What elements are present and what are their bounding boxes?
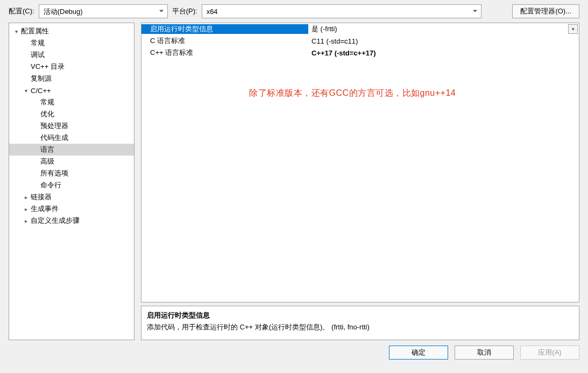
- tree-item[interactable]: 预处理器: [9, 120, 134, 132]
- tree-item-label: C/C++: [31, 87, 51, 95]
- config-manager-button[interactable]: 配置管理器(O)...: [512, 4, 579, 18]
- tree-item-label: 配置属性: [21, 26, 49, 36]
- tree-item[interactable]: 调试: [9, 49, 134, 61]
- tree-twisty-icon[interactable]: ▾: [12, 27, 20, 35]
- tree-item[interactable]: 代码生成: [9, 132, 134, 144]
- config-label: 配置(C):: [9, 6, 34, 16]
- annotation-text: 除了标准版本，还有GCC的方言可选，比如gnu++14: [249, 88, 456, 99]
- property-value[interactable]: C++17 (-std=c++17): [308, 49, 579, 57]
- description-title: 启用运行时类型信息: [147, 311, 573, 320]
- tree-item[interactable]: 高级: [9, 156, 134, 167]
- tree-twisty-placeholder: [22, 51, 30, 59]
- property-value[interactable]: C11 (-std=c11): [308, 37, 579, 45]
- tree-twisty-icon[interactable]: ▸: [22, 193, 30, 201]
- property-row[interactable]: C 语言标准C11 (-std=c11): [141, 35, 579, 47]
- tree-item-label: VC++ 目录: [31, 62, 65, 72]
- property-value[interactable]: 是 (-frtti): [308, 24, 579, 34]
- tree-item[interactable]: ▾配置属性: [9, 25, 134, 37]
- tree-item-label: 代码生成: [40, 133, 68, 143]
- tree-item[interactable]: 常规: [9, 96, 134, 108]
- tree-item[interactable]: ▸链接器: [9, 191, 134, 203]
- tree-item-label: 高级: [40, 157, 54, 166]
- tree-item-label: 自定义生成步骤: [31, 216, 80, 226]
- tree-item-label: 预处理器: [40, 121, 68, 131]
- platform-select[interactable]: x64: [202, 4, 481, 18]
- tree-item-label: 所有选项: [40, 168, 68, 178]
- tree-item[interactable]: VC++ 目录: [9, 61, 134, 73]
- config-select[interactable]: 活动(Debug): [39, 4, 168, 18]
- property-value-text: 是 (-frtti): [311, 25, 337, 33]
- tree-item[interactable]: 命令行: [9, 179, 134, 191]
- tree-item-label: 生成事件: [31, 204, 59, 214]
- dialog-buttons: 确定 取消 应用(A): [0, 340, 588, 366]
- tree-item[interactable]: 所有选项: [9, 167, 134, 179]
- property-name: C 语言标准: [141, 36, 308, 46]
- tree-twisty-placeholder: [32, 134, 39, 142]
- tree-twisty-placeholder: [32, 122, 39, 130]
- tree-item-label: 常规: [40, 97, 54, 107]
- property-row[interactable]: C++ 语言标准C++17 (-std=c++17): [141, 47, 579, 59]
- tree-twisty-placeholder: [22, 75, 30, 82]
- tree-twisty-placeholder: [32, 98, 39, 106]
- cancel-button[interactable]: 取消: [455, 346, 514, 360]
- property-value-text: C++17 (-std=c++17): [311, 49, 376, 57]
- tree-item-label: 链接器: [31, 192, 52, 202]
- tree-item-label: 调试: [31, 50, 45, 60]
- property-grid[interactable]: 启用运行时类型信息是 (-frtti)C 语言标准C11 (-std=c11)C…: [141, 23, 579, 302]
- tree-item-label: 命令行: [40, 180, 61, 190]
- chevron-down-icon[interactable]: ▾: [568, 24, 578, 34]
- tree-twisty-placeholder: [32, 158, 39, 165]
- tree-twisty-placeholder: [22, 63, 30, 71]
- platform-label: 平台(P):: [172, 6, 197, 16]
- ok-button[interactable]: 确定: [389, 346, 448, 360]
- property-row[interactable]: 启用运行时类型信息是 (-frtti): [141, 23, 579, 35]
- tree-twisty-placeholder: [32, 181, 39, 189]
- main-area: ▾配置属性常规调试VC++ 目录复制源▾C/C++常规优化预处理器代码生成语言高…: [0, 23, 588, 340]
- tree-twisty-icon[interactable]: ▸: [22, 217, 30, 224]
- property-name: C++ 语言标准: [141, 48, 308, 58]
- apply-button[interactable]: 应用(A): [520, 346, 579, 360]
- topbar: 配置(C): 活动(Debug) 平台(P): x64 配置管理器(O)...: [0, 0, 588, 23]
- tree-item-label: 常规: [31, 38, 45, 48]
- tree-item[interactable]: ▸自定义生成步骤: [9, 215, 134, 227]
- right-column: 启用运行时类型信息是 (-frtti)C 语言标准C11 (-std=c11)C…: [141, 23, 579, 340]
- property-name: 启用运行时类型信息: [141, 24, 308, 34]
- tree-twisty-placeholder: [32, 110, 39, 118]
- description-body: 添加代码，用于检查运行时的 C++ 对象(运行时类型信息)。 (frtti, f…: [147, 322, 573, 332]
- tree-item[interactable]: ▸生成事件: [9, 203, 134, 215]
- tree-item[interactable]: 常规: [9, 37, 134, 49]
- tree-twisty-placeholder: [32, 146, 39, 153]
- description-panel: 启用运行时类型信息 添加代码，用于检查运行时的 C++ 对象(运行时类型信息)。…: [141, 306, 579, 340]
- tree-twisty-icon[interactable]: ▸: [22, 205, 30, 213]
- tree-twisty-placeholder: [32, 170, 39, 177]
- property-value-text: C11 (-std=c11): [311, 37, 358, 45]
- tree-item[interactable]: 优化: [9, 108, 134, 120]
- tree-item[interactable]: ▾C/C++: [9, 85, 134, 96]
- tree-item[interactable]: 语言: [9, 144, 134, 156]
- tree-twisty-icon[interactable]: ▾: [22, 87, 30, 94]
- tree-item-label: 复制源: [31, 74, 52, 83]
- tree-item-label: 语言: [40, 145, 54, 154]
- tree-item[interactable]: 复制源: [9, 73, 134, 85]
- nav-tree[interactable]: ▾配置属性常规调试VC++ 目录复制源▾C/C++常规优化预处理器代码生成语言高…: [9, 23, 134, 340]
- tree-item-label: 优化: [40, 109, 54, 119]
- tree-twisty-placeholder: [22, 39, 30, 47]
